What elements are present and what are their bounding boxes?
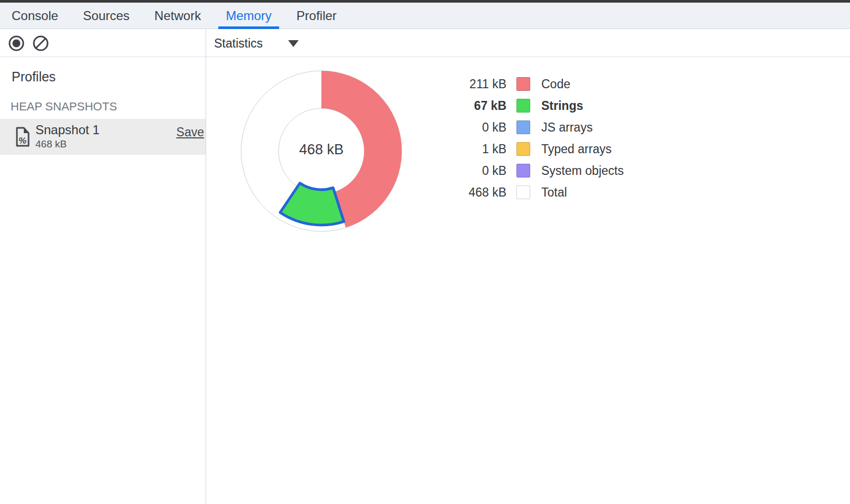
tab-network[interactable]: Network — [147, 3, 208, 29]
tab-sources[interactable]: Sources — [76, 3, 137, 29]
svg-text:%: % — [19, 136, 26, 146]
save-snapshot-link[interactable]: Save — [177, 125, 204, 139]
legend-label: Code — [541, 77, 570, 91]
snapshot-size: 468 kB — [35, 138, 67, 150]
record-heap-snapshot-button[interactable] — [8, 35, 25, 52]
heap-snapshot-document-icon: % — [15, 126, 31, 150]
chart-legend: 211 kB Code 67 kB Strings 0 kB JS arrays… — [432, 77, 624, 207]
perspective-dropdown-label: Statistics — [214, 36, 263, 51]
perspective-dropdown[interactable]: Statistics — [214, 30, 299, 57]
memory-toolbar: Statistics — [0, 30, 850, 57]
statistics-donut-chart: 468 kB — [227, 55, 418, 240]
legend-row-js-arrays[interactable]: 0 kB JS arrays — [432, 120, 624, 134]
legend-row-code[interactable]: 211 kB Code — [432, 77, 624, 91]
tab-memory[interactable]: Memory — [218, 3, 279, 29]
legend-label: Strings — [541, 99, 583, 113]
record-icon — [8, 35, 25, 52]
legend-value: 0 kB — [432, 120, 506, 135]
legend-row-total[interactable]: 468 kB Total — [432, 185, 624, 199]
legend-label: Total — [541, 185, 567, 200]
devtools-tab-bar: Console Sources Network Memory Profiler — [0, 3, 850, 29]
legend-value: 1 kB — [432, 142, 506, 156]
legend-row-system-objects[interactable]: 0 kB System objects — [432, 164, 624, 178]
legend-value: 0 kB — [432, 164, 506, 178]
legend-swatch-strings — [516, 99, 530, 113]
chevron-down-icon — [288, 40, 299, 47]
legend-label: Typed arrays — [541, 142, 612, 156]
legend-swatch-typed-arrays — [516, 142, 530, 156]
donut-center-total-label: 468 kB — [299, 142, 344, 157]
clear-profiles-button[interactable] — [32, 35, 49, 52]
legend-value: 211 kB — [432, 77, 506, 91]
legend-label: JS arrays — [541, 120, 593, 135]
legend-swatch-js-arrays — [516, 120, 530, 134]
legend-swatch-code — [516, 77, 530, 91]
profiles-heading: Profiles — [12, 69, 56, 85]
heap-snapshots-section-heading: HEAP SNAPSHOTS — [11, 100, 117, 114]
legend-value: 67 kB — [432, 99, 506, 113]
clear-icon — [32, 35, 49, 52]
donut-slice-strings-selected[interactable] — [280, 183, 344, 225]
legend-value: 468 kB — [432, 185, 506, 200]
legend-label: System objects — [541, 164, 624, 178]
legend-row-typed-arrays[interactable]: 1 kB Typed arrays — [432, 142, 624, 156]
tab-console[interactable]: Console — [4, 3, 66, 29]
tab-profiler[interactable]: Profiler — [289, 3, 344, 29]
sidebar-main-divider — [206, 30, 206, 504]
legend-swatch-total — [516, 185, 530, 199]
snapshot-title: Snapshot 1 — [35, 123, 99, 137]
legend-row-strings[interactable]: 67 kB Strings — [432, 99, 624, 113]
legend-swatch-system-objects — [516, 164, 530, 178]
sidebar-item-snapshot-1[interactable]: % Snapshot 1 468 kB Save — [0, 119, 206, 155]
